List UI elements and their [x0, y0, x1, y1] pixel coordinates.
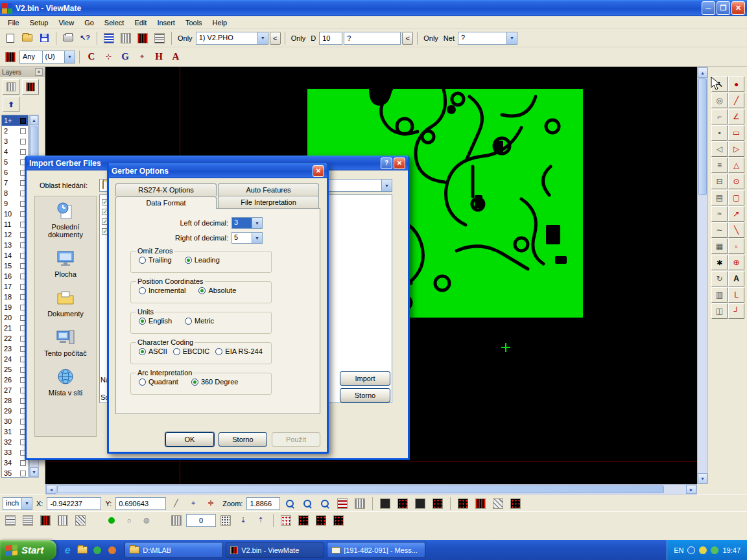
menu-tools[interactable]: Tools	[180, 18, 208, 28]
layer-row[interactable]: 11	[2, 219, 28, 229]
x-coordinate-field[interactable]: -0.942237	[47, 497, 101, 510]
prev-file-button[interactable]: <	[270, 32, 281, 45]
dcode-query-input[interactable]: ?	[344, 32, 401, 45]
layer-color-swatch[interactable]	[20, 128, 26, 134]
layer-table-button[interactable]	[135, 30, 150, 46]
palette-tool-icon[interactable]: ∠	[728, 109, 744, 124]
grid-toggle-button[interactable]	[169, 513, 184, 528]
layer-row[interactable]: 32	[2, 437, 28, 447]
place-poslední-dokumenty[interactable]: Poslední dokumenty	[36, 202, 95, 239]
menu-help[interactable]: Help	[208, 18, 233, 28]
center-button[interactable]: ✛	[203, 496, 219, 511]
palette-tool-icon[interactable]: ╲	[728, 222, 744, 238]
anchor-button[interactable]: ⇡	[253, 513, 268, 528]
anchor-button[interactable]: ⇣	[235, 513, 251, 528]
palette-tool-icon[interactable]: L	[728, 287, 744, 303]
chevron-down-icon[interactable]: ▼	[257, 32, 268, 44]
layers-panel-title[interactable]: Layers ×	[0, 67, 45, 77]
palette-tool-icon[interactable]: ▢	[728, 190, 744, 205]
chevron-down-icon[interactable]: ▼	[506, 32, 517, 44]
open-button[interactable]	[19, 30, 35, 46]
ie-icon[interactable]: e	[62, 544, 73, 556]
palette-tool-icon[interactable]: ╱	[728, 93, 744, 108]
chevron-down-icon[interactable]: ▼	[21, 498, 32, 509]
aperture-button[interactable]	[118, 30, 134, 46]
help-icon[interactable]: ?	[381, 158, 392, 169]
chevron-down-icon[interactable]: ▼	[381, 180, 392, 191]
scrollbar-thumb[interactable]	[698, 78, 707, 195]
view-option-button[interactable]	[473, 496, 488, 511]
dot-grid-button[interactable]	[218, 513, 233, 528]
view-option-button[interactable]	[490, 496, 506, 511]
layer-row[interactable]: 20	[2, 312, 28, 323]
tab-rs274x-options[interactable]: RS274-X Options	[115, 183, 217, 196]
save-button[interactable]	[36, 30, 52, 46]
select-filter-combo[interactable]: Any (U) ▼	[19, 51, 75, 64]
lamp-off-button[interactable]: ○	[121, 513, 137, 528]
measure-button[interactable]: ╱	[168, 496, 184, 511]
green-app-icon[interactable]	[91, 544, 103, 556]
lamp-probe-button[interactable]: ◍	[139, 513, 154, 528]
layer-row[interactable]: 33	[2, 447, 28, 458]
menu-view[interactable]: View	[53, 18, 79, 28]
radio-quadrant[interactable]: Quadrant	[139, 378, 178, 386]
canvas-hscrollbar[interactable]: ◄ ►	[45, 484, 697, 495]
chevron-down-icon[interactable]: ▼	[252, 218, 262, 228]
tab-auto-features[interactable]: Auto Features	[218, 183, 319, 196]
layer-row[interactable]: 12	[2, 229, 28, 240]
pattern-button[interactable]	[278, 513, 294, 528]
ok-button[interactable]: OK	[165, 432, 214, 447]
target-tool[interactable]: ⌖	[134, 49, 150, 65]
gerber-dialog-titlebar[interactable]: Gerber Options ✕	[109, 163, 327, 178]
select-group-tool[interactable]: G	[117, 49, 133, 65]
palette-tool-icon[interactable]: ◁	[711, 141, 728, 157]
dcode-table-button[interactable]	[101, 30, 117, 46]
radio-360-degree[interactable]: 360 Degree	[191, 378, 239, 386]
report-button[interactable]	[152, 30, 167, 46]
layer-row[interactable]: 17	[2, 281, 28, 292]
new-button[interactable]	[3, 30, 18, 46]
y-coordinate-field[interactable]: 0.690643	[115, 497, 166, 510]
palette-tool-icon[interactable]: ≡	[711, 158, 728, 173]
palette-tool-icon[interactable]: ▦	[711, 239, 728, 254]
restore-button[interactable]: ❐	[717, 1, 730, 15]
scroll-down-icon[interactable]: ▼	[698, 473, 707, 484]
zoom-in-button[interactable]	[282, 496, 298, 511]
radio-ebcdic[interactable]: EBCDIC	[173, 347, 210, 355]
menu-select[interactable]: Select	[99, 18, 130, 28]
layer-row[interactable]: 31	[2, 426, 28, 437]
snap-button[interactable]	[38, 513, 53, 528]
radio-trailing[interactable]: Trailing	[139, 256, 172, 264]
scroll-up-icon[interactable]: ▲	[698, 67, 707, 78]
zoom-field[interactable]: 1.8866	[246, 497, 280, 510]
layer-row[interactable]: 25	[2, 364, 28, 375]
only-file-label[interactable]: Only	[178, 34, 193, 42]
layer-row[interactable]: 8	[2, 188, 28, 198]
pattern-button[interactable]	[296, 513, 311, 528]
view-option-button[interactable]	[412, 496, 428, 511]
menu-edit[interactable]: Edit	[129, 18, 152, 28]
close-button[interactable]: ✕	[731, 1, 745, 15]
close-icon[interactable]: ✕	[313, 165, 324, 177]
snap-button[interactable]	[55, 513, 71, 528]
layer-row[interactable]: 14	[2, 250, 28, 261]
palette-tool-icon[interactable]: ∗	[711, 255, 728, 270]
layer-row[interactable]: 21	[2, 323, 28, 333]
layer-row[interactable]: 28	[2, 395, 28, 406]
minimize-button[interactable]: ─	[702, 1, 715, 15]
palette-tool-icon[interactable]: ⌐	[711, 109, 728, 124]
apply-button[interactable]: Použít	[272, 432, 320, 447]
view-option-button[interactable]	[455, 496, 471, 511]
print-button[interactable]	[60, 30, 76, 46]
layer-color-swatch[interactable]	[20, 149, 26, 155]
layer-row[interactable]: 34	[2, 458, 28, 468]
canvas-vscrollbar[interactable]: ▲ ▼	[697, 67, 708, 484]
start-button[interactable]: Start	[0, 540, 56, 560]
place-tento-počítač[interactable]: Tento počítač	[36, 328, 95, 357]
layer-row[interactable]: 6	[2, 167, 28, 178]
taskbar-item-messenger[interactable]: [191-482-091] - Mess...	[327, 542, 425, 558]
palette-tool-icon[interactable]: ◫	[711, 303, 728, 319]
select-circle-tool[interactable]: C	[84, 49, 99, 65]
pattern-button[interactable]	[313, 513, 329, 528]
grid2-button[interactable]	[352, 496, 368, 511]
